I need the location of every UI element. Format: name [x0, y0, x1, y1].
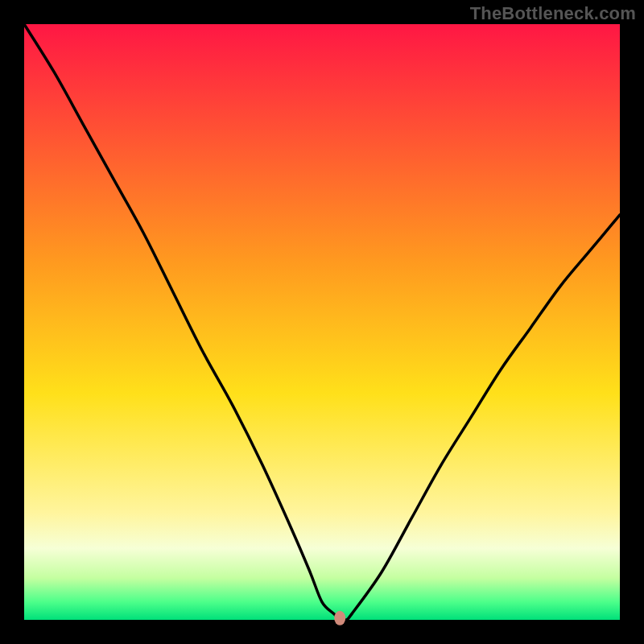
bottleneck-chart	[0, 0, 644, 644]
plot-background	[24, 24, 620, 620]
watermark-label: TheBottleneck.com	[470, 3, 636, 24]
optimal-point-marker	[334, 611, 345, 625]
chart-frame: TheBottleneck.com	[0, 0, 644, 644]
